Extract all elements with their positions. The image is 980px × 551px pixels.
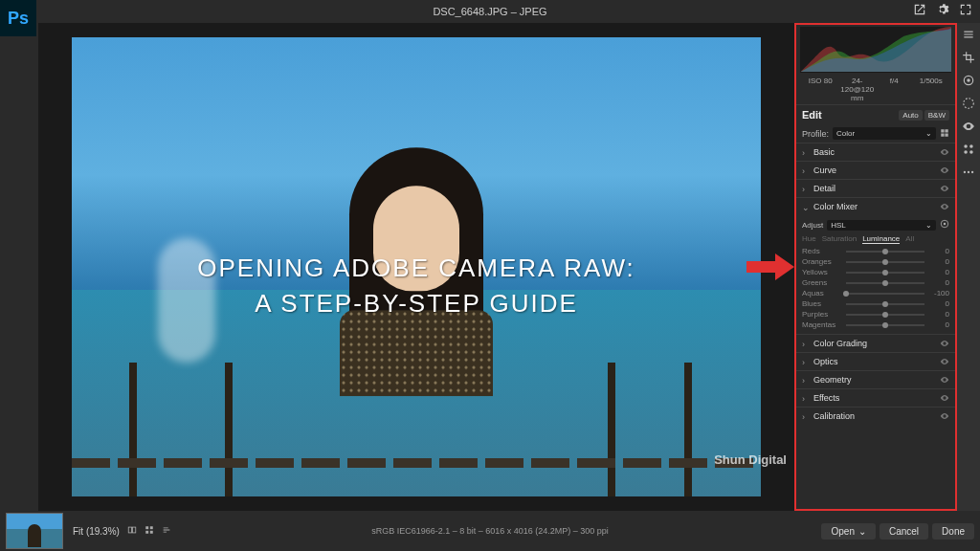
tab-all[interactable]: All (905, 234, 914, 244)
eye-icon[interactable] (940, 393, 949, 403)
adjust-row: Adjust HSL⌄ (802, 217, 949, 232)
hsl-tabs: Hue Saturation Luminance All (802, 232, 949, 246)
eye-icon[interactable] (940, 375, 949, 385)
section-geometry: Geometry (796, 370, 955, 388)
slider-blues[interactable]: Blues0 (802, 298, 949, 309)
svg-rect-13 (132, 527, 135, 533)
tab-hue[interactable]: Hue (802, 234, 816, 244)
workspace: OPENING ADOBE CAMERA RAW: A STEP-BY-STEP… (0, 23, 980, 511)
left-gutter (0, 23, 38, 511)
slider-magentas[interactable]: Magentas0 (802, 320, 949, 330)
photoshop-logo: Ps (0, 0, 36, 36)
slider-yellows[interactable]: Yellows0 (802, 267, 949, 277)
profile-row: Profile: Color ⌄ (796, 124, 955, 143)
section-geometry-header[interactable]: Geometry (796, 371, 955, 388)
chevron-right-icon (802, 394, 810, 402)
bw-button[interactable]: B&W (924, 110, 949, 121)
section-optics: Optics (796, 352, 955, 370)
eye-icon[interactable] (940, 411, 949, 421)
photo-preview[interactable]: OPENING ADOBE CAMERA RAW: A STEP-BY-STEP… (72, 37, 761, 496)
section-effects-header[interactable]: Effects (796, 389, 955, 407)
title-overlay: OPENING ADOBE CAMERA RAW: A STEP-BY-STEP… (106, 253, 726, 319)
svg-rect-12 (128, 527, 131, 533)
svg-point-3 (967, 78, 970, 82)
exif-lens: 24-120@120 mm (839, 77, 877, 102)
adjust-label: Adjust (802, 221, 823, 230)
grid-view-icon[interactable] (145, 525, 154, 537)
section-basic: Basic (796, 143, 955, 161)
adjust-dropdown[interactable]: HSL⌄ (827, 220, 936, 231)
chevron-right-icon (802, 148, 810, 156)
arrow-indicator (746, 253, 794, 280)
eye-icon[interactable] (940, 184, 949, 193)
section-color-mixer-header[interactable]: Color Mixer (796, 198, 955, 215)
crop-tool-icon[interactable] (961, 50, 976, 65)
compare-icon[interactable] (127, 525, 137, 537)
exif-aperture: f/4 (876, 77, 913, 102)
chevron-down-icon: ⌄ (925, 129, 932, 138)
profile-label: Profile: (802, 129, 829, 139)
watermark: Shun Digital (714, 452, 787, 467)
color-mixer-body: Adjust HSL⌄ Hue Saturation Luminance All… (796, 215, 955, 334)
profile-dropdown[interactable]: Color ⌄ (833, 127, 936, 140)
section-optics-header[interactable]: Optics (796, 353, 955, 370)
overlay-title-line1: OPENING ADOBE CAMERA RAW: (106, 253, 726, 283)
spot-removal-icon[interactable] (961, 73, 976, 88)
slider-purples[interactable]: Purples0 (802, 309, 949, 320)
tab-luminance[interactable]: Luminance (862, 234, 900, 244)
zoom-indicator[interactable]: Fit (19.3%) (73, 526, 120, 537)
eye-icon[interactable] (940, 147, 949, 157)
slider-oranges[interactable]: Oranges0 (802, 256, 949, 267)
exif-shutter: 1/500s (913, 77, 950, 102)
section-detail-header[interactable]: Detail (796, 180, 955, 197)
presets-icon[interactable] (961, 142, 976, 157)
section-calibration-header[interactable]: Calibration (796, 408, 955, 425)
section-curve-header[interactable]: Curve (796, 162, 955, 179)
section-color-grading: Color Grading (796, 334, 955, 352)
redeye-tool-icon[interactable] (961, 119, 976, 134)
chevron-right-icon (802, 358, 810, 365)
slider-aquas[interactable]: Aquas-100 (802, 288, 949, 298)
share-icon[interactable] (913, 3, 926, 20)
slider-greens[interactable]: Greens0 (802, 277, 949, 288)
edit-label: Edit (802, 109, 822, 121)
titlebar: Ps DSC_6648.JPG – JPEG (0, 0, 980, 23)
canvas-area: OPENING ADOBE CAMERA RAW: A STEP-BY-STEP… (38, 23, 794, 511)
exif-row: ISO 80 24-120@120 mm f/4 1/500s (796, 75, 955, 105)
eye-icon[interactable] (940, 339, 949, 348)
chevron-right-icon (802, 166, 810, 174)
eye-icon[interactable] (940, 357, 949, 366)
svg-rect-14 (145, 526, 148, 529)
fullscreen-icon[interactable] (959, 3, 972, 20)
eye-icon[interactable] (940, 165, 949, 175)
svg-rect-16 (145, 531, 148, 534)
section-color-grading-header[interactable]: Color Grading (796, 335, 955, 352)
target-icon[interactable] (940, 219, 949, 231)
gear-icon[interactable] (936, 3, 949, 20)
masking-tool-icon[interactable] (961, 96, 976, 111)
section-color-mixer: Color Mixer Adjust HSL⌄ Hue Saturation L… (796, 197, 955, 334)
chevron-right-icon (802, 340, 810, 347)
more-icon[interactable] (961, 165, 976, 180)
camera-raw-panel: ISO 80 24-120@120 mm f/4 1/500s Edit Aut… (794, 23, 957, 511)
svg-point-11 (971, 171, 973, 173)
auto-button[interactable]: Auto (899, 110, 922, 121)
filmstrip-thumbnail[interactable] (6, 513, 63, 549)
svg-point-9 (964, 171, 966, 173)
open-button[interactable]: Open⌄ (821, 523, 875, 540)
slider-reds[interactable]: Reds0 (802, 246, 949, 256)
document-info: sRGB IEC61966-2.1 – 8 bit – 6016 x 4016 … (371, 526, 609, 536)
settings-icon[interactable] (162, 525, 171, 537)
chevron-down-icon: ⌄ (858, 526, 866, 537)
section-calibration: Calibration (796, 407, 955, 425)
tool-strip (957, 23, 980, 511)
cancel-button[interactable]: Cancel (880, 523, 928, 540)
histogram[interactable] (800, 27, 951, 73)
edit-tool-icon[interactable] (961, 27, 976, 42)
section-basic-header[interactable]: Basic (796, 143, 955, 161)
svg-point-7 (964, 150, 968, 154)
eye-icon[interactable] (940, 202, 949, 211)
tab-saturation[interactable]: Saturation (822, 234, 857, 244)
grid-icon[interactable] (940, 128, 949, 140)
done-button[interactable]: Done (932, 523, 974, 540)
